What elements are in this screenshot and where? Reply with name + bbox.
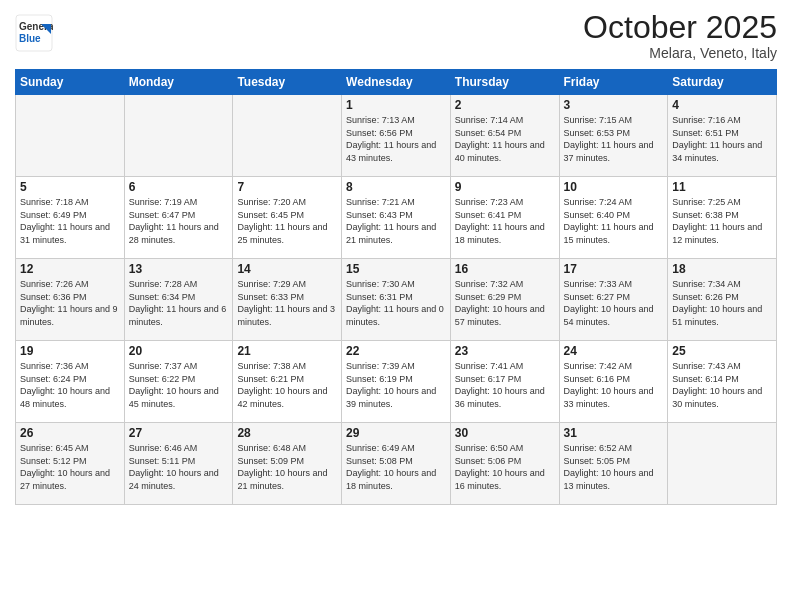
day-number: 17 [564,262,664,276]
calendar-cell: 9Sunrise: 7:23 AM Sunset: 6:41 PM Daylig… [450,177,559,259]
calendar-cell: 12Sunrise: 7:26 AM Sunset: 6:36 PM Dayli… [16,259,125,341]
day-number: 29 [346,426,446,440]
day-info: Sunrise: 7:14 AM Sunset: 6:54 PM Dayligh… [455,114,555,164]
day-info: Sunrise: 7:24 AM Sunset: 6:40 PM Dayligh… [564,196,664,246]
day-number: 4 [672,98,772,112]
day-number: 3 [564,98,664,112]
day-info: Sunrise: 7:29 AM Sunset: 6:33 PM Dayligh… [237,278,337,328]
day-info: Sunrise: 7:21 AM Sunset: 6:43 PM Dayligh… [346,196,446,246]
weekday-header-saturday: Saturday [668,70,777,95]
calendar-cell: 17Sunrise: 7:33 AM Sunset: 6:27 PM Dayli… [559,259,668,341]
day-number: 9 [455,180,555,194]
day-number: 2 [455,98,555,112]
day-number: 11 [672,180,772,194]
day-number: 7 [237,180,337,194]
calendar-cell: 26Sunrise: 6:45 AM Sunset: 5:12 PM Dayli… [16,423,125,505]
weekday-header-sunday: Sunday [16,70,125,95]
day-number: 14 [237,262,337,276]
day-info: Sunrise: 7:30 AM Sunset: 6:31 PM Dayligh… [346,278,446,328]
day-number: 21 [237,344,337,358]
calendar-cell [124,95,233,177]
calendar-cell: 30Sunrise: 6:50 AM Sunset: 5:06 PM Dayli… [450,423,559,505]
day-info: Sunrise: 7:16 AM Sunset: 6:51 PM Dayligh… [672,114,772,164]
calendar-cell: 4Sunrise: 7:16 AM Sunset: 6:51 PM Daylig… [668,95,777,177]
page: General Blue October 2025 Melara, Veneto… [0,0,792,612]
day-number: 30 [455,426,555,440]
calendar-cell [668,423,777,505]
day-info: Sunrise: 6:45 AM Sunset: 5:12 PM Dayligh… [20,442,120,492]
calendar-cell [16,95,125,177]
calendar-week-3: 12Sunrise: 7:26 AM Sunset: 6:36 PM Dayli… [16,259,777,341]
calendar-cell: 11Sunrise: 7:25 AM Sunset: 6:38 PM Dayli… [668,177,777,259]
calendar-week-2: 5Sunrise: 7:18 AM Sunset: 6:49 PM Daylig… [16,177,777,259]
calendar-cell: 21Sunrise: 7:38 AM Sunset: 6:21 PM Dayli… [233,341,342,423]
day-number: 19 [20,344,120,358]
day-info: Sunrise: 7:43 AM Sunset: 6:14 PM Dayligh… [672,360,772,410]
header: General Blue October 2025 Melara, Veneto… [15,10,777,61]
day-number: 13 [129,262,229,276]
day-info: Sunrise: 6:52 AM Sunset: 5:05 PM Dayligh… [564,442,664,492]
day-info: Sunrise: 7:38 AM Sunset: 6:21 PM Dayligh… [237,360,337,410]
calendar-cell: 7Sunrise: 7:20 AM Sunset: 6:45 PM Daylig… [233,177,342,259]
calendar-cell: 23Sunrise: 7:41 AM Sunset: 6:17 PM Dayli… [450,341,559,423]
calendar-cell: 29Sunrise: 6:49 AM Sunset: 5:08 PM Dayli… [342,423,451,505]
day-number: 6 [129,180,229,194]
day-number: 28 [237,426,337,440]
day-number: 12 [20,262,120,276]
day-number: 24 [564,344,664,358]
calendar-cell: 24Sunrise: 7:42 AM Sunset: 6:16 PM Dayli… [559,341,668,423]
day-info: Sunrise: 7:13 AM Sunset: 6:56 PM Dayligh… [346,114,446,164]
day-number: 20 [129,344,229,358]
calendar-week-4: 19Sunrise: 7:36 AM Sunset: 6:24 PM Dayli… [16,341,777,423]
day-info: Sunrise: 7:23 AM Sunset: 6:41 PM Dayligh… [455,196,555,246]
calendar-cell: 6Sunrise: 7:19 AM Sunset: 6:47 PM Daylig… [124,177,233,259]
day-number: 23 [455,344,555,358]
day-info: Sunrise: 7:25 AM Sunset: 6:38 PM Dayligh… [672,196,772,246]
calendar-cell: 5Sunrise: 7:18 AM Sunset: 6:49 PM Daylig… [16,177,125,259]
day-number: 1 [346,98,446,112]
calendar-cell: 13Sunrise: 7:28 AM Sunset: 6:34 PM Dayli… [124,259,233,341]
weekday-header-wednesday: Wednesday [342,70,451,95]
day-info: Sunrise: 7:15 AM Sunset: 6:53 PM Dayligh… [564,114,664,164]
calendar-week-1: 1Sunrise: 7:13 AM Sunset: 6:56 PM Daylig… [16,95,777,177]
day-info: Sunrise: 7:42 AM Sunset: 6:16 PM Dayligh… [564,360,664,410]
calendar-cell: 1Sunrise: 7:13 AM Sunset: 6:56 PM Daylig… [342,95,451,177]
day-number: 15 [346,262,446,276]
month-title: October 2025 [583,10,777,45]
location-subtitle: Melara, Veneto, Italy [583,45,777,61]
day-number: 18 [672,262,772,276]
day-number: 22 [346,344,446,358]
day-number: 10 [564,180,664,194]
day-number: 25 [672,344,772,358]
calendar-cell: 28Sunrise: 6:48 AM Sunset: 5:09 PM Dayli… [233,423,342,505]
calendar-cell: 18Sunrise: 7:34 AM Sunset: 6:26 PM Dayli… [668,259,777,341]
day-number: 8 [346,180,446,194]
calendar-week-5: 26Sunrise: 6:45 AM Sunset: 5:12 PM Dayli… [16,423,777,505]
calendar-cell: 27Sunrise: 6:46 AM Sunset: 5:11 PM Dayli… [124,423,233,505]
day-number: 16 [455,262,555,276]
day-info: Sunrise: 7:33 AM Sunset: 6:27 PM Dayligh… [564,278,664,328]
calendar-cell: 19Sunrise: 7:36 AM Sunset: 6:24 PM Dayli… [16,341,125,423]
day-info: Sunrise: 7:34 AM Sunset: 6:26 PM Dayligh… [672,278,772,328]
calendar-cell: 15Sunrise: 7:30 AM Sunset: 6:31 PM Dayli… [342,259,451,341]
day-info: Sunrise: 7:19 AM Sunset: 6:47 PM Dayligh… [129,196,229,246]
day-info: Sunrise: 7:39 AM Sunset: 6:19 PM Dayligh… [346,360,446,410]
day-info: Sunrise: 7:36 AM Sunset: 6:24 PM Dayligh… [20,360,120,410]
day-info: Sunrise: 6:48 AM Sunset: 5:09 PM Dayligh… [237,442,337,492]
title-block: October 2025 Melara, Veneto, Italy [583,10,777,61]
day-number: 27 [129,426,229,440]
day-info: Sunrise: 6:49 AM Sunset: 5:08 PM Dayligh… [346,442,446,492]
day-number: 5 [20,180,120,194]
logo: General Blue [15,14,53,56]
calendar-cell: 2Sunrise: 7:14 AM Sunset: 6:54 PM Daylig… [450,95,559,177]
day-info: Sunrise: 6:46 AM Sunset: 5:11 PM Dayligh… [129,442,229,492]
calendar-table: SundayMondayTuesdayWednesdayThursdayFrid… [15,69,777,505]
day-number: 26 [20,426,120,440]
calendar-cell: 20Sunrise: 7:37 AM Sunset: 6:22 PM Dayli… [124,341,233,423]
svg-text:Blue: Blue [19,33,41,44]
calendar-cell: 25Sunrise: 7:43 AM Sunset: 6:14 PM Dayli… [668,341,777,423]
day-info: Sunrise: 7:20 AM Sunset: 6:45 PM Dayligh… [237,196,337,246]
logo-icon: General Blue [15,14,53,52]
calendar-cell: 14Sunrise: 7:29 AM Sunset: 6:33 PM Dayli… [233,259,342,341]
day-info: Sunrise: 7:32 AM Sunset: 6:29 PM Dayligh… [455,278,555,328]
